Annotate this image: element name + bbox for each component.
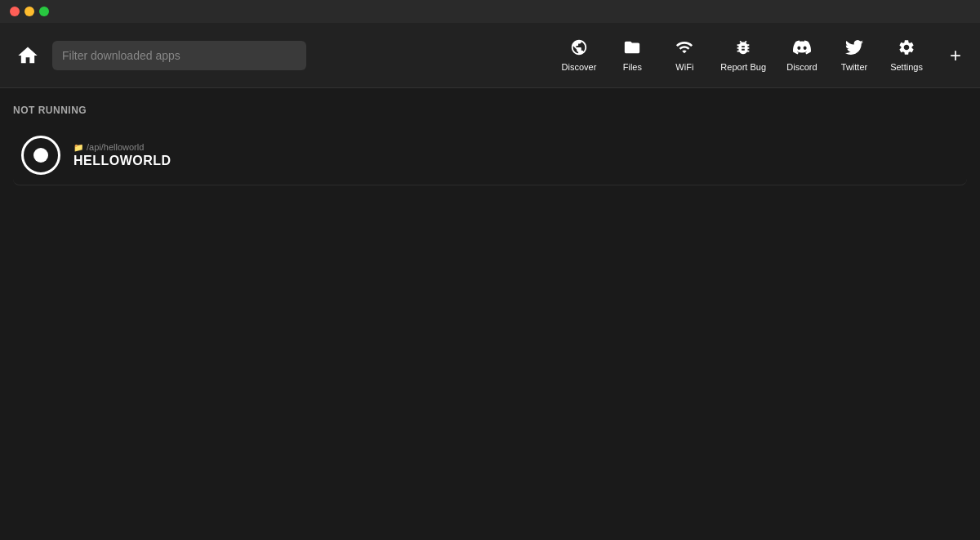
- title-bar: [0, 0, 980, 23]
- twitter-label: Twitter: [841, 62, 867, 72]
- maximize-button[interactable]: [39, 7, 49, 16]
- main-content: NOT RUNNING 📁 /api/helloworld HELLOWORLD: [0, 88, 980, 540]
- app-info: 📁 /api/helloworld HELLOWORLD: [74, 142, 172, 168]
- report-bug-icon: [734, 38, 752, 59]
- section-title: NOT RUNNING: [13, 105, 967, 116]
- nav-items: Discover Files WiFi: [554, 33, 931, 77]
- add-button[interactable]: +: [941, 41, 970, 70]
- search-input[interactable]: [52, 41, 306, 70]
- nav-item-settings[interactable]: Settings: [882, 33, 931, 77]
- settings-label: Settings: [890, 62, 923, 72]
- discord-label: Discord: [786, 62, 817, 72]
- app-path-text: /api/helloworld: [87, 142, 144, 152]
- nav-item-discover[interactable]: Discover: [554, 33, 605, 77]
- minimize-button[interactable]: [24, 7, 34, 16]
- traffic-lights: [10, 7, 49, 16]
- app-list: 📁 /api/helloworld HELLOWORLD: [13, 126, 967, 185]
- nav-item-twitter[interactable]: Twitter: [830, 33, 879, 77]
- nav-item-discord[interactable]: Discord: [777, 33, 826, 77]
- settings-icon: [898, 38, 915, 59]
- wifi-label: WiFi: [675, 62, 693, 72]
- app-item[interactable]: 📁 /api/helloworld HELLOWORLD: [13, 126, 967, 185]
- app-path: 📁 /api/helloworld: [74, 142, 172, 152]
- toolbar: Discover Files WiFi: [0, 23, 980, 88]
- wifi-icon: [675, 38, 693, 59]
- files-label: Files: [623, 62, 642, 72]
- home-icon: [16, 44, 39, 67]
- close-button[interactable]: [10, 7, 20, 16]
- nav-item-files[interactable]: Files: [608, 33, 657, 77]
- record-icon-inner: [33, 148, 48, 163]
- discord-icon: [793, 38, 811, 59]
- home-button[interactable]: [10, 38, 46, 74]
- nav-item-wifi[interactable]: WiFi: [660, 33, 709, 77]
- report-bug-label: Report Bug: [720, 62, 766, 72]
- discover-label: Discover: [562, 62, 597, 72]
- app-name: HELLOWORLD: [74, 154, 172, 168]
- files-icon: [623, 38, 641, 59]
- twitter-icon: [845, 38, 863, 59]
- app-icon-container: [20, 134, 62, 176]
- nav-item-report-bug[interactable]: Report Bug: [712, 33, 774, 77]
- folder-icon: 📁: [74, 143, 83, 152]
- record-icon: [21, 136, 60, 175]
- discover-icon: [570, 38, 588, 59]
